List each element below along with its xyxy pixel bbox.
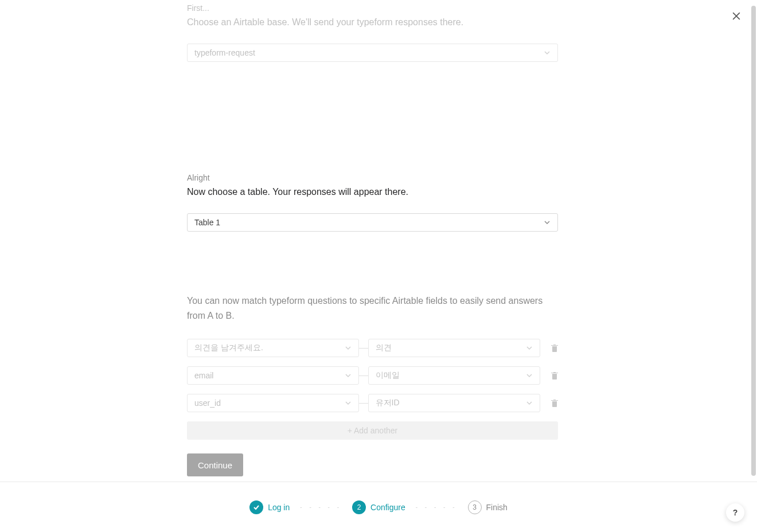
continue-label: Continue (198, 460, 232, 470)
step-divider: - - - - - (300, 504, 342, 510)
trash-icon[interactable] (551, 343, 559, 353)
add-another-button[interactable]: + Add another (187, 421, 558, 440)
step-divider: - - - - - (416, 504, 458, 510)
step-circle-done (249, 500, 263, 514)
mapping-left-select[interactable]: 의견을 남겨주세요. (187, 339, 359, 357)
step-label: Configure (370, 503, 405, 512)
chevron-down-icon (345, 372, 352, 379)
trash-icon[interactable] (551, 371, 559, 380)
step-circle-active: 2 (352, 500, 366, 514)
check-icon (253, 504, 260, 511)
help-button[interactable]: ? (726, 503, 744, 522)
connector-line (359, 348, 368, 349)
base-select-value: typeform-request (194, 48, 255, 57)
chevron-down-icon (526, 372, 533, 379)
mapping-left-select[interactable]: user_id (187, 394, 359, 412)
mapping-right-select[interactable]: 의견 (368, 339, 540, 357)
chevron-down-icon (544, 49, 551, 56)
mapping-left-value: user_id (194, 398, 221, 408)
step-finish[interactable]: 3 Finish (468, 500, 508, 514)
chevron-down-icon (345, 345, 352, 351)
connector-line (359, 375, 368, 376)
chevron-down-icon (345, 400, 352, 406)
mapping-left-select[interactable]: email (187, 366, 359, 385)
mapping-left-value: 의견을 남겨주세요. (194, 343, 263, 353)
add-another-label: + Add another (348, 426, 398, 435)
step-label: Log in (268, 503, 290, 512)
connector-line (359, 403, 368, 404)
continue-button[interactable]: Continue (187, 453, 243, 476)
scrollbar[interactable] (749, 0, 757, 482)
base-title: Choose an Airtable base. We'll send your… (187, 17, 559, 28)
help-icon: ? (733, 508, 738, 517)
table-select-value: Table 1 (194, 218, 220, 227)
table-pre-label: Alright (187, 173, 559, 182)
mapping-right-value: 의견 (376, 343, 392, 353)
base-select[interactable]: typeform-request (187, 44, 558, 62)
main-content: First... Choose an Airtable base. We'll … (187, 0, 559, 476)
base-pre-label: First... (187, 3, 559, 13)
mapping-right-select[interactable]: 이메일 (368, 366, 540, 385)
mapping-row: email 이메일 (187, 366, 559, 385)
section-choose-base: First... Choose an Airtable base. We'll … (187, 3, 559, 62)
step-login[interactable]: Log in (249, 500, 290, 514)
section-choose-table: Alright Now choose a table. Your respons… (187, 173, 559, 232)
scrollbar-thumb[interactable] (751, 6, 756, 476)
step-configure[interactable]: 2 Configure (352, 500, 405, 514)
mapping-right-value: 이메일 (376, 370, 400, 381)
mapping-left-value: email (194, 371, 213, 380)
step-label: Finish (486, 503, 508, 512)
match-description: You can now match typeform questions to … (187, 294, 559, 323)
mapping-row: 의견을 남겨주세요. 의견 (187, 339, 559, 357)
mapping-right-select[interactable]: 유저ID (368, 394, 540, 412)
chevron-down-icon (526, 400, 533, 406)
close-icon[interactable] (731, 10, 744, 24)
chevron-down-icon (544, 219, 551, 226)
step-circle-pending: 3 (468, 500, 482, 514)
chevron-down-icon (526, 345, 533, 351)
table-select[interactable]: Table 1 (187, 213, 558, 232)
stepper: Log in - - - - - 2 Configure - - - - - 3… (249, 500, 508, 514)
trash-icon[interactable] (551, 398, 559, 408)
mapping-right-value: 유저ID (376, 398, 400, 408)
mapping-row: user_id 유저ID (187, 394, 559, 412)
table-title: Now choose a table. Your responses will … (187, 187, 559, 197)
stepper-bar: Log in - - - - - 2 Configure - - - - - 3… (0, 482, 757, 532)
mapping-list: 의견을 남겨주세요. 의견 email 이메일 (187, 339, 559, 412)
